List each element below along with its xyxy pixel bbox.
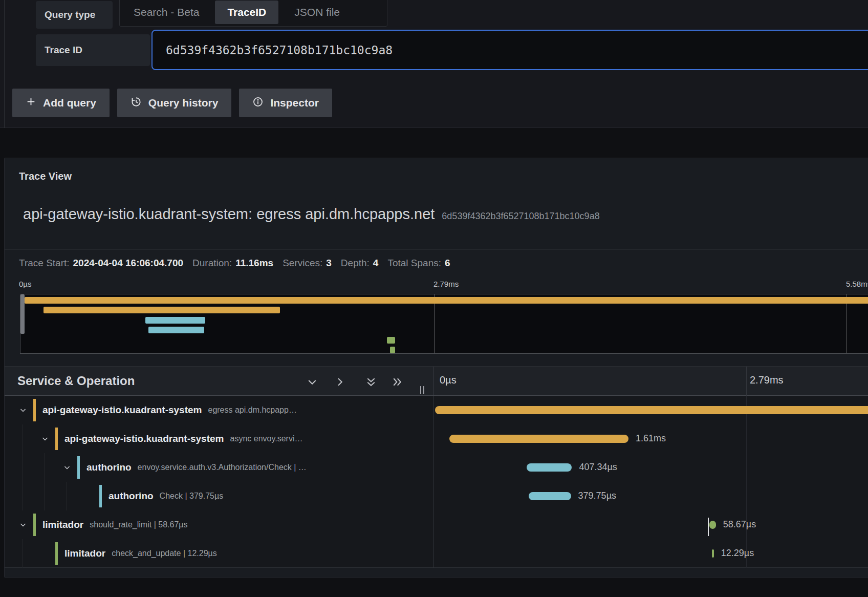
- span-row[interactable]: api-gateway-istio.kuadrant-systemegress …: [5, 396, 868, 424]
- add-query-button[interactable]: Add query: [12, 89, 110, 117]
- expand-one-icon[interactable]: [334, 376, 346, 388]
- plus-icon: [26, 96, 36, 110]
- timeline-header: Service & Operation 0µs 2.79ms: [5, 366, 868, 396]
- query-type-label-text: Query type: [45, 9, 95, 20]
- span-bar-cell: 12.29µs: [433, 539, 868, 568]
- panel-title[interactable]: Trace View: [19, 170, 72, 182]
- trace-title: api-gateway-istio.kuadrant-system: egres…: [23, 206, 435, 222]
- trace-id-label-text: Trace ID: [45, 45, 82, 56]
- expand-all-icon[interactable]: [391, 376, 403, 388]
- query-type-tab-group: Search - Beta TraceID JSON file: [119, 0, 387, 27]
- panel-left-border: [4, 0, 5, 128]
- span-operation-name: check_and_update | 12.29µs: [112, 549, 217, 558]
- span-name-cell: api-gateway-istio.kuadrant-systemegress …: [5, 396, 433, 424]
- service-operation-title: Service & Operation: [17, 374, 135, 388]
- span-name-cell: limitadorshould_rate_limit | 58.67µs: [5, 510, 433, 539]
- timeline-gridline: [746, 367, 747, 396]
- span-duration-bar[interactable]: [709, 521, 716, 529]
- trace-depth: Depth:4: [341, 258, 379, 269]
- minimap-span-bar: [387, 337, 396, 344]
- tab-traceid[interactable]: TraceID: [215, 1, 278, 24]
- span-service-name: limitador: [64, 548, 105, 559]
- minimap-span-bar: [44, 307, 280, 313]
- minimap-tick: 2.79ms: [433, 280, 459, 288]
- span-duration-label: 1.61ms: [636, 433, 666, 444]
- explore-page: Query type Search - Beta TraceID JSON fi…: [0, 0, 868, 597]
- trace-id-input[interactable]: 6d539f4362b3f6527108b171bc10c9a8: [151, 30, 868, 70]
- span-name-text: authorinoCheck | 379.75µs: [5, 482, 433, 510]
- span-name-cell: api-gateway-istio.kuadrant-systemasync e…: [5, 424, 433, 453]
- span-duration-bar[interactable]: [435, 406, 868, 414]
- span-service-name: authorino: [86, 462, 132, 473]
- tab-json-file[interactable]: JSON file: [280, 0, 354, 26]
- minimap-tick: 5.58ms: [846, 280, 868, 288]
- trace-id-short: 6d539f4362b3f6527108b171bc10c9a8: [442, 211, 599, 221]
- span-operation-name: should_rate_limit | 58.67µs: [90, 520, 187, 529]
- minimap-span-bar: [25, 297, 868, 304]
- minimap-span-bar: [148, 327, 204, 333]
- minimap-span-bar: [145, 317, 205, 324]
- minimap-span-bar: [390, 347, 395, 353]
- span-row[interactable]: authorinoenvoy.service.auth.v3.Authoriza…: [5, 453, 868, 482]
- span-bar-cell: 379.75µs: [433, 482, 868, 510]
- trace-id-label: Trace ID: [36, 34, 150, 66]
- span-duration-bar[interactable]: [529, 492, 571, 500]
- span-bar-cell: 58.67µs: [433, 510, 868, 539]
- trace-summary: Trace Start:2024-04-04 16:06:04.700 Dura…: [5, 249, 868, 276]
- span-operation-name: egress api.dm.hcpapp…: [208, 406, 296, 415]
- span-row[interactable]: api-gateway-istio.kuadrant-systemasync e…: [5, 424, 868, 453]
- span-duration-label: 407.34µs: [579, 462, 617, 473]
- query-editor-panel: Query type Search - Beta TraceID JSON fi…: [0, 0, 868, 128]
- collapse-all-icon[interactable]: [365, 376, 377, 388]
- span-duration-label: 12.29µs: [721, 548, 754, 559]
- span-duration-bar[interactable]: [449, 435, 628, 443]
- add-query-label: Add query: [43, 97, 96, 109]
- timeline-tick: 2.79ms: [750, 374, 784, 386]
- timeline-axis: 0µs 2.79ms: [433, 367, 868, 395]
- span-service-name: authorino: [108, 491, 154, 502]
- span-name-text: api-gateway-istio.kuadrant-systemasync e…: [5, 424, 433, 453]
- span-name-cell: authorinoCheck | 379.75µs: [5, 482, 433, 510]
- service-operation-header: Service & Operation: [5, 367, 433, 395]
- span-name-text: limitadorcheck_and_update | 12.29µs: [5, 539, 433, 568]
- span-bar-cell: 1.61ms: [433, 424, 868, 453]
- column-resize-handle[interactable]: [420, 386, 424, 394]
- span-operation-name: Check | 379.75µs: [160, 492, 224, 501]
- page-background: [0, 578, 868, 597]
- span-service-name: limitador: [42, 519, 83, 530]
- span-row[interactable]: limitadorcheck_and_update | 12.29µs12.29…: [5, 539, 868, 568]
- span-service-name: api-gateway-istio.kuadrant-system: [64, 433, 224, 444]
- span-name-text: api-gateway-istio.kuadrant-systemegress …: [5, 396, 433, 424]
- collapse-one-icon[interactable]: [306, 376, 318, 388]
- query-history-label: Query history: [148, 97, 219, 109]
- span-name-text: authorinoenvoy.service.auth.v3.Authoriza…: [5, 453, 433, 482]
- history-icon: [131, 96, 142, 110]
- query-type-label: Query type: [36, 1, 113, 29]
- minimap-view-handle[interactable]: [20, 294, 25, 334]
- info-icon: [252, 96, 264, 110]
- span-bar-cell: [433, 396, 868, 424]
- span-duration-bar[interactable]: [712, 549, 714, 558]
- span-duration-label: 379.75µs: [578, 491, 616, 501]
- span-name-cell: limitadorcheck_and_update | 12.29µs: [5, 539, 433, 568]
- query-history-button[interactable]: Query history: [117, 89, 232, 117]
- span-duration-label: 58.67µs: [723, 519, 756, 530]
- span-operation-name: envoy.service.auth.v3.Authorization/Chec…: [138, 463, 307, 472]
- tab-search-beta[interactable]: Search - Beta: [120, 0, 213, 26]
- minimap-canvas[interactable]: [20, 294, 868, 354]
- span-operation-name: async envoy.servi…: [230, 434, 302, 443]
- trace-total-spans: Total Spans:6: [387, 258, 450, 269]
- trace-duration: Duration:11.16ms: [192, 258, 273, 269]
- span-name-text: limitadorshould_rate_limit | 58.67µs: [5, 510, 433, 539]
- timeline-tick: 0µs: [440, 374, 457, 386]
- span-name-cell: authorinoenvoy.service.auth.v3.Authoriza…: [5, 453, 433, 482]
- minimap-tick: 0µs: [19, 280, 32, 288]
- span-row[interactable]: authorinoCheck | 379.75µs379.75µs: [5, 482, 868, 510]
- span-duration-bar[interactable]: [527, 463, 572, 472]
- trace-id-value: 6d539f4362b3f6527108b171bc10c9a8: [166, 44, 393, 57]
- inspector-button[interactable]: Inspector: [239, 89, 332, 117]
- trace-view-panel: Trace View api-gateway-istio.kuadrant-sy…: [4, 158, 868, 578]
- span-row[interactable]: limitadorshould_rate_limit | 58.67µs58.6…: [5, 510, 868, 539]
- span-service-name: api-gateway-istio.kuadrant-system: [42, 404, 202, 416]
- minimap-axis: 0µs 2.79ms 5.58ms: [5, 277, 868, 292]
